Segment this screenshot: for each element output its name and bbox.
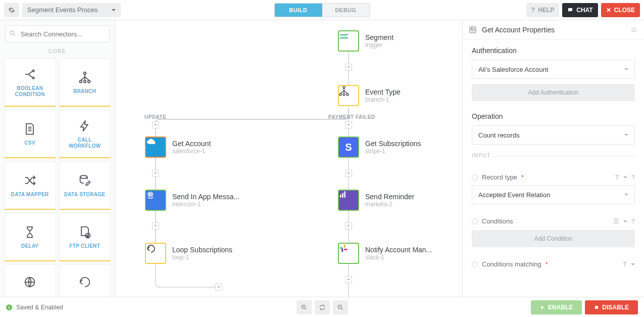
workflow-canvas[interactable]: Segmenttrigger + Event Typebranch-1 UPDA…: [115, 20, 462, 297]
svg-point-21: [339, 94, 341, 96]
radio-icon[interactable]: [472, 174, 478, 180]
operation-select[interactable]: Count records: [472, 125, 635, 145]
svg-point-22: [343, 94, 345, 96]
svg-rect-29: [340, 195, 341, 198]
node-send-in-app[interactable]: Send In App Messa...intercom-1: [145, 190, 239, 211]
zoom-out-button[interactable]: [333, 300, 348, 314]
add-step-button[interactable]: +: [152, 222, 159, 230]
add-step-button[interactable]: +: [345, 276, 352, 283]
svg-point-6: [83, 80, 86, 82]
connector-branch[interactable]: BRANCH: [59, 58, 111, 107]
add-condition-button[interactable]: Add Condition: [472, 230, 635, 247]
svg-point-3: [33, 77, 35, 79]
svg-rect-32: [340, 247, 343, 249]
chat-label: CHAT: [576, 7, 592, 14]
add-step-button[interactable]: +: [152, 121, 159, 128]
help-icon[interactable]: ?: [631, 173, 635, 181]
radio-icon[interactable]: [472, 261, 478, 267]
node-loop-subscriptions[interactable]: Loop Subscriptionsloop-1: [145, 243, 232, 264]
stripe-icon: S: [338, 137, 359, 158]
svg-point-18: [347, 34, 348, 35]
node-sub: salesforce-1: [172, 148, 211, 155]
connector-csv[interactable]: CSV: [4, 110, 56, 158]
workflow-name: Segment Events Proces: [27, 6, 97, 14]
conditions-label: Conditions: [482, 217, 513, 225]
help-icon[interactable]: ?: [631, 217, 635, 225]
panel-header: Get Account Properties: [463, 20, 644, 39]
node-get-account[interactable]: Get Accountsalesforce-1: [145, 137, 211, 158]
db-edit-icon: [78, 173, 92, 188]
caret-down-icon[interactable]: [623, 176, 627, 178]
connector-ftp-client[interactable]: FTP CLIENT: [59, 213, 111, 261]
status-actions: ENABLE DISABLE: [531, 300, 638, 314]
node-segment[interactable]: Segmenttrigger: [338, 30, 393, 52]
operation-label: Operation: [472, 112, 635, 120]
node-sub: loop-1: [172, 254, 232, 261]
node-event-type[interactable]: Event Typebranch-1: [338, 85, 401, 106]
connector-delay[interactable]: DELAY: [4, 213, 56, 261]
csv-file-icon: [23, 122, 37, 136]
node-notify-account-manager[interactable]: Notify Account Man...slack-1: [338, 243, 432, 264]
node-sub: marketo-2: [365, 201, 414, 208]
topbar: Segment Events Proces BUILD DEBUG ? HELP…: [0, 0, 644, 20]
connector-label: CSV: [23, 140, 37, 146]
auth-select[interactable]: Ali's Salesforce Account: [472, 60, 635, 79]
help-button[interactable]: ? HELP: [526, 3, 559, 17]
connector-label: BRANCH: [71, 88, 98, 95]
node-sub: stripe-1: [365, 148, 421, 155]
search-input[interactable]: [5, 25, 110, 42]
add-step-button[interactable]: +: [152, 170, 159, 177]
disable-button[interactable]: DISABLE: [585, 300, 638, 314]
tab-build[interactable]: BUILD: [275, 4, 322, 17]
svg-point-20: [343, 86, 345, 88]
properties-panel: Get Account Properties Authentication Al…: [462, 20, 644, 297]
help-label: HELP: [538, 7, 554, 14]
branch-icon: [338, 85, 359, 106]
caret-down-icon[interactable]: [631, 263, 635, 265]
list-icon[interactable]: ☰: [613, 217, 619, 225]
add-step-button[interactable]: +: [345, 222, 352, 230]
type-icon[interactable]: T: [615, 173, 619, 181]
chat-button[interactable]: CHAT: [562, 3, 598, 17]
settings-button[interactable]: [4, 3, 19, 17]
panel-menu-icon[interactable]: [630, 26, 638, 34]
type-icon[interactable]: T: [623, 260, 627, 268]
svg-line-1: [13, 34, 15, 35]
mode-tabs: BUILD DEBUG: [274, 3, 370, 17]
branch-label-payment-failed: PAYMENT FAILED: [328, 114, 375, 120]
connector-http[interactable]: [4, 264, 56, 297]
connector-loop[interactable]: [59, 264, 111, 297]
bolt-icon: [78, 119, 92, 133]
close-button[interactable]: ✕ CLOSE: [601, 3, 640, 17]
zoom-controls: [296, 300, 348, 314]
required-star: *: [546, 260, 548, 268]
connector-call-workflow[interactable]: CALL WORKFLOW: [59, 110, 111, 158]
add-step-button[interactable]: +: [215, 284, 222, 291]
record-type-select[interactable]: Accepted Event Relation: [472, 185, 635, 204]
caret-down-icon: [624, 68, 628, 70]
close-icon: ✕: [606, 7, 611, 14]
connector-label: DATA STORAGE: [62, 192, 108, 198]
node-sub: trigger: [365, 41, 393, 49]
add-step-button[interactable]: +: [345, 121, 352, 128]
hourglass-icon: [23, 225, 37, 239]
zoom-in-button[interactable]: [296, 300, 312, 314]
radio-icon[interactable]: [472, 218, 478, 224]
tab-debug[interactable]: DEBUG: [322, 4, 370, 17]
connector-label: DELAY: [19, 243, 40, 249]
connector-label: FTP CLIENT: [67, 243, 102, 249]
workflow-dropdown[interactable]: Segment Events Proces: [22, 3, 121, 17]
node-send-reminder[interactable]: Send Remindermarketo-2: [338, 190, 414, 211]
caret-down-icon[interactable]: [623, 220, 627, 222]
node-sub: intercom-1: [172, 201, 239, 208]
add-step-button[interactable]: +: [345, 64, 352, 71]
connector-data-storage[interactable]: DATA STORAGE: [59, 161, 111, 210]
enable-button[interactable]: ENABLE: [531, 300, 582, 314]
zoom-reset-button[interactable]: [315, 300, 330, 314]
node-get-subscriptions[interactable]: S Get Subscriptionsstripe-1: [338, 137, 421, 158]
record-type-label: Record type: [482, 173, 517, 181]
connector-data-mapper[interactable]: DATA MAPPER: [4, 161, 56, 210]
add-auth-button[interactable]: Add Authentication: [472, 84, 635, 101]
add-step-button[interactable]: +: [345, 170, 352, 177]
connector-boolean-condition[interactable]: BOOLEAN CONDITION: [4, 58, 56, 107]
